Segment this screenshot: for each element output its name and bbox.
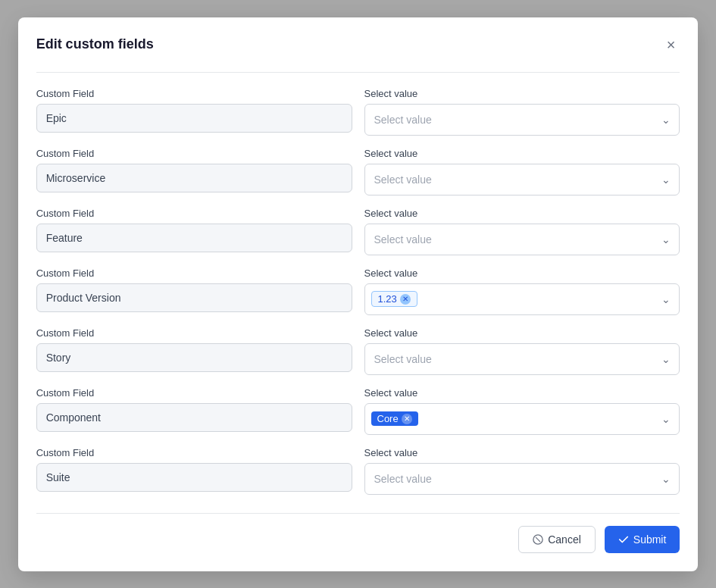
field-input-product-version[interactable] [36, 283, 352, 312]
select-label-feature: Select value [364, 208, 680, 219]
select-with-tag-product-version[interactable]: 1.23✕ [364, 283, 680, 315]
select-group-suite: Select valueSelect value⌄ [364, 447, 680, 495]
select-field-suite[interactable]: Select value [364, 463, 680, 495]
modal-title: Edit custom fields [36, 36, 154, 52]
fields-container: Custom FieldSelect valueSelect value⌄Cus… [36, 88, 680, 495]
field-row-feature: Custom FieldSelect valueSelect value⌄ [36, 208, 680, 255]
select-field-story[interactable]: Select value [364, 343, 680, 375]
field-label-group-microservice: Custom Field [36, 148, 352, 195]
select-label-story: Select value [364, 327, 680, 339]
svg-line-1 [536, 537, 540, 541]
select-wrapper-story: Select value⌄ [364, 343, 680, 375]
field-input-component[interactable] [36, 403, 352, 432]
field-label-group-component: Custom Field [36, 387, 352, 435]
custom-field-label-microservice: Custom Field [36, 148, 352, 159]
select-label-epic: Select value [364, 88, 680, 99]
modal-header: Edit custom fields × [36, 36, 680, 54]
submit-checkmark-icon [618, 534, 629, 545]
select-field-microservice[interactable]: Select value [364, 164, 680, 195]
select-placeholder-epic: Select value [374, 114, 432, 126]
field-row-suite: Custom FieldSelect valueSelect value⌄ [36, 447, 680, 495]
select-group-component: Select valueCore✕⌄ [364, 387, 680, 435]
select-placeholder-story: Select value [374, 353, 432, 365]
select-wrapper-feature: Select value⌄ [364, 224, 680, 255]
field-input-feature[interactable] [36, 224, 352, 252]
custom-field-label-product-version: Custom Field [36, 267, 352, 279]
field-input-epic[interactable] [36, 104, 352, 133]
field-label-group-suite: Custom Field [36, 447, 352, 495]
field-label-group-epic: Custom Field [36, 88, 352, 136]
tag-component: Core✕ [371, 411, 418, 426]
select-field-epic[interactable]: Select value [364, 104, 680, 136]
select-label-microservice: Select value [364, 148, 680, 159]
custom-field-label-component: Custom Field [36, 387, 352, 399]
select-label-component: Select value [364, 387, 680, 399]
cancel-icon [533, 534, 543, 545]
custom-field-label-story: Custom Field [36, 327, 352, 339]
field-row-epic: Custom FieldSelect valueSelect value⌄ [36, 88, 680, 136]
submit-label: Submit [633, 533, 667, 546]
select-wrapper-epic: Select value⌄ [364, 104, 680, 136]
field-label-group-product-version: Custom Field [36, 267, 352, 315]
field-row-component: Custom FieldSelect valueCore✕⌄ [36, 387, 680, 435]
select-wrapper-suite: Select value⌄ [364, 463, 680, 495]
close-button[interactable]: × [662, 36, 680, 54]
select-with-tag-component[interactable]: Core✕ [364, 403, 680, 435]
select-placeholder-suite: Select value [374, 473, 432, 485]
submit-button[interactable]: Submit [605, 526, 680, 553]
custom-field-label-epic: Custom Field [36, 88, 352, 99]
select-group-epic: Select valueSelect value⌄ [364, 88, 680, 136]
tag-text-product-version: 1.23 [378, 293, 397, 305]
select-wrapper-product-version: 1.23✕⌄ [364, 283, 680, 315]
select-placeholder-feature: Select value [374, 233, 432, 246]
tag-text-component: Core [377, 413, 399, 424]
field-input-microservice[interactable] [36, 164, 352, 192]
field-input-story[interactable] [36, 343, 352, 372]
select-label-suite: Select value [364, 447, 680, 458]
custom-field-label-feature: Custom Field [36, 208, 352, 219]
field-row-story: Custom FieldSelect valueSelect value⌄ [36, 327, 680, 375]
modal-footer: Cancel Submit [36, 513, 680, 553]
select-group-product-version: Select value1.23✕⌄ [364, 267, 680, 315]
select-label-product-version: Select value [364, 267, 680, 279]
select-group-feature: Select valueSelect value⌄ [364, 208, 680, 255]
modal-overlay: Edit custom fields × Custom FieldSelect … [0, 0, 716, 588]
field-input-suite[interactable] [36, 463, 352, 492]
header-divider [36, 72, 680, 73]
cancel-button[interactable]: Cancel [518, 526, 596, 553]
cancel-label: Cancel [548, 533, 581, 546]
select-group-story: Select valueSelect value⌄ [364, 327, 680, 375]
field-row-product-version: Custom FieldSelect value1.23✕⌄ [36, 267, 680, 315]
tag-close-product-version[interactable]: ✕ [400, 294, 411, 305]
select-wrapper-microservice: Select value⌄ [364, 164, 680, 195]
tag-product-version: 1.23✕ [371, 291, 417, 307]
select-placeholder-microservice: Select value [374, 174, 432, 186]
field-label-group-feature: Custom Field [36, 208, 352, 255]
field-row-microservice: Custom FieldSelect valueSelect value⌄ [36, 148, 680, 195]
select-field-feature[interactable]: Select value [364, 224, 680, 255]
edit-custom-fields-modal: Edit custom fields × Custom FieldSelect … [18, 17, 699, 571]
custom-field-label-suite: Custom Field [36, 447, 352, 458]
select-group-microservice: Select valueSelect value⌄ [364, 148, 680, 195]
tag-close-component[interactable]: ✕ [402, 414, 412, 424]
select-wrapper-component: Core✕⌄ [364, 403, 680, 435]
field-label-group-story: Custom Field [36, 327, 352, 375]
